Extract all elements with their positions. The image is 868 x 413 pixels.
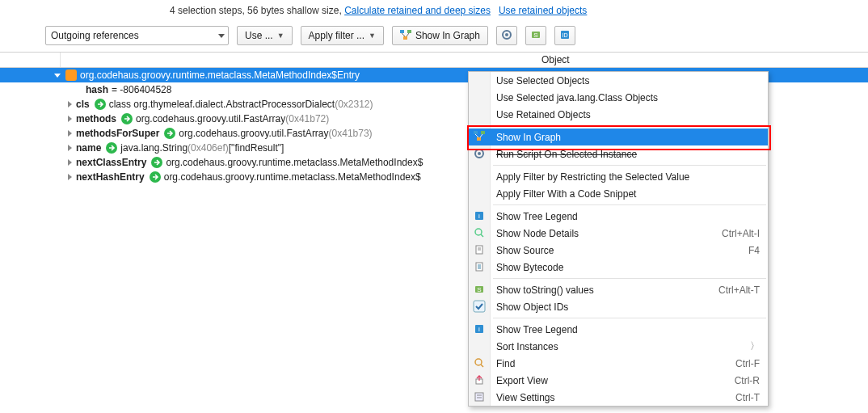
ref-icon (151, 157, 162, 168)
gear-icon (474, 148, 486, 160)
tree-header: Object (0, 52, 868, 68)
menu-export-view[interactable]: Export ViewCtrl-R (469, 372, 768, 389)
export-icon (474, 374, 486, 386)
ref-icon (150, 171, 161, 183)
svg-rect-11 (474, 131, 478, 134)
expand-icon[interactable] (65, 114, 74, 124)
use-retained-link[interactable]: Use retained objects (499, 5, 587, 16)
menu-show-tostring[interactable]: S Show toString() valuesCtrl+Alt-T (469, 281, 768, 298)
svg-rect-0 (400, 30, 404, 33)
menu-show-tree-legend[interactable]: i Show Tree Legend (469, 208, 768, 225)
column-separator (60, 53, 61, 67)
find-icon (474, 357, 486, 369)
field-name: cls (76, 99, 90, 110)
svg-rect-37 (475, 393, 483, 401)
svg-line-4 (407, 33, 409, 36)
menu-use-selected[interactable]: Use Selected Objects (469, 72, 768, 89)
field-name: nextClassEntry (76, 157, 146, 168)
field-name: name (76, 142, 101, 154)
legend-icon: i (474, 210, 486, 222)
menu-sort-instances[interactable]: Sort Instances〉 (469, 338, 768, 355)
menu-separator (493, 204, 766, 205)
tostring-icon: S (474, 284, 486, 296)
field-type: org.codehaus.groovy.util.FastArray (179, 128, 328, 139)
field-address: (0x41b72) (285, 113, 329, 124)
svg-text:ID: ID (562, 32, 567, 38)
field-extra: ["findResult"] (229, 142, 284, 154)
svg-rect-31 (474, 301, 485, 312)
svg-point-17 (478, 152, 481, 155)
calc-sizes-link[interactable]: Calculate retained and deep sizes (344, 5, 491, 16)
dropdown-arrow-icon: ▼ (277, 32, 284, 40)
graph-icon (474, 131, 486, 143)
legend-icon: i (474, 323, 486, 335)
menu-show-tree-legend-2[interactable]: i Show Tree Legend (469, 321, 768, 338)
menu-find[interactable]: FindCtrl-F (469, 355, 768, 372)
svg-text:S: S (477, 286, 481, 293)
svg-point-34 (475, 359, 482, 365)
menu-show-source[interactable]: Show SourceF4 (469, 242, 768, 259)
menu-show-node-details[interactable]: Show Node DetailsCtrl+Alt-I (469, 225, 768, 242)
submenu-arrow-icon: 〉 (750, 339, 760, 353)
menu-separator (493, 318, 766, 318)
use-button[interactable]: Use ... ▼ (237, 26, 293, 45)
field-type: org.codehaus.groovy.runtime.metaclass.Me… (166, 157, 423, 168)
tostring-icon: S (530, 29, 541, 43)
reference-combo-label: Outgoing references (51, 30, 139, 41)
svg-line-21 (481, 234, 483, 237)
menu-run-script[interactable]: Run Script On Selected Instance (469, 145, 768, 162)
id-icon: ID (559, 29, 571, 43)
menu-use-retained[interactable]: Use Retained Objects (469, 106, 768, 123)
svg-text:i: i (478, 213, 480, 220)
menu-apply-filter-snippet[interactable]: Apply Filter With a Code Snippet (469, 185, 768, 202)
menu-apply-filter-restrict[interactable]: Apply Filter by Restricting the Selected… (469, 168, 768, 185)
reference-combo[interactable]: Outgoing references (45, 26, 229, 45)
field-address: (0x2312) (335, 99, 373, 110)
info-text: 4 selection steps, 56 bytes shallow size… (170, 5, 344, 16)
expand-icon[interactable] (65, 172, 74, 182)
menu-show-object-ids[interactable]: Show Object IDs (469, 298, 768, 315)
menu-separator (493, 278, 766, 279)
svg-text:S: S (533, 32, 537, 39)
apply-filter-button[interactable]: Apply filter ... ▼ (301, 26, 384, 45)
collapse-icon[interactable] (53, 70, 62, 80)
svg-rect-2 (403, 36, 407, 40)
svg-rect-12 (481, 131, 485, 134)
menu-separator (493, 125, 766, 126)
field-type: org.codehaus.groovy.util.FastArray (136, 113, 285, 124)
context-menu: Use Selected Objects Use Selected java.l… (468, 71, 769, 407)
menu-separator (493, 165, 766, 166)
field-type: java.lang.String (120, 142, 188, 154)
expand-icon[interactable] (65, 143, 74, 153)
objectid-icon-button[interactable]: ID (554, 26, 575, 45)
menu-show-in-graph[interactable]: Show In Graph (469, 129, 768, 145)
expand-icon[interactable] (65, 158, 74, 167)
dropdown-arrow-icon: ▼ (369, 32, 376, 40)
search-icon (474, 227, 486, 239)
menu-show-bytecode[interactable]: Show Bytecode (469, 259, 768, 276)
menu-view-settings[interactable]: View SettingsCtrl-T (469, 389, 768, 406)
expand-icon[interactable] (65, 99, 74, 109)
expand-icon[interactable] (65, 129, 74, 138)
object-icon (65, 70, 77, 81)
field-name: hash (86, 84, 108, 95)
field-value: = -806404528 (112, 84, 171, 95)
bytecode-icon (474, 261, 486, 273)
tostring-icon-button[interactable]: S (525, 26, 546, 45)
gear-icon-button[interactable] (496, 26, 517, 45)
svg-rect-1 (407, 30, 411, 33)
ref-icon (164, 128, 175, 139)
menu-use-selected-class[interactable]: Use Selected java.lang.Class Objects (469, 89, 768, 106)
field-address: (0x406ef) (188, 142, 229, 154)
ref-icon (95, 99, 106, 110)
gear-icon (501, 29, 512, 43)
chevron-down-icon (218, 34, 225, 38)
field-name: methodsForSuper (76, 128, 159, 139)
use-button-label: Use ... (245, 30, 273, 41)
show-in-graph-button[interactable]: Show In Graph (392, 26, 488, 45)
field-address: (0x41b73) (329, 128, 373, 139)
svg-text:i: i (478, 326, 480, 333)
apply-filter-label: Apply filter ... (309, 30, 364, 41)
show-in-graph-label: Show In Graph (415, 30, 480, 41)
object-column-header: Object (541, 54, 570, 65)
